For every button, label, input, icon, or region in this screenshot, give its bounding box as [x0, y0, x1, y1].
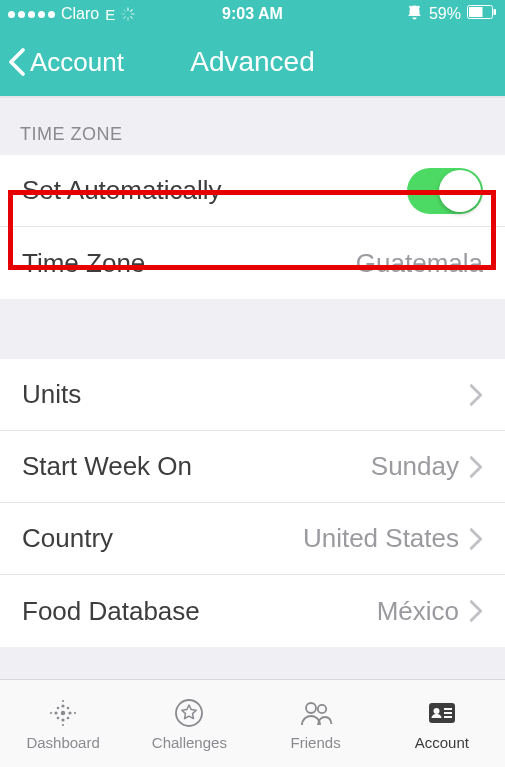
svg-point-24: [176, 700, 202, 726]
group-timezone: Set Automatically Time Zone Guatemala: [0, 155, 505, 299]
food-db-label: Food Database: [22, 596, 200, 627]
account-icon: [422, 696, 462, 730]
chevron-right-icon: [469, 383, 483, 407]
status-bar: Claro E 9:03 AM 59%: [0, 0, 505, 28]
timezone-value: Guatemala: [356, 248, 483, 279]
signal-dots-icon: [8, 11, 55, 18]
start-week-label: Start Week On: [22, 451, 192, 482]
tab-account-label: Account: [415, 734, 469, 751]
svg-point-11: [61, 711, 65, 715]
svg-line-7: [124, 10, 126, 12]
friends-icon: [296, 696, 336, 730]
svg-point-15: [69, 711, 72, 714]
svg-point-28: [433, 708, 439, 714]
tab-challenges[interactable]: Challenges: [126, 680, 252, 767]
tab-friends-label: Friends: [291, 734, 341, 751]
units-label: Units: [22, 379, 81, 410]
challenges-icon: [169, 696, 209, 730]
svg-rect-9: [469, 7, 483, 17]
carrier-label: Claro: [61, 5, 99, 23]
svg-rect-29: [444, 708, 452, 710]
chevron-right-icon: [469, 455, 483, 479]
svg-point-23: [74, 712, 76, 714]
battery-icon: [467, 5, 497, 23]
start-week-value: Sunday: [371, 451, 459, 482]
back-button[interactable]: Account: [0, 47, 124, 78]
screen: Claro E 9:03 AM 59%: [0, 0, 505, 767]
svg-point-21: [62, 724, 64, 726]
svg-point-16: [57, 707, 60, 710]
svg-line-3: [131, 16, 133, 18]
group-settings: Units Start Week On Sunday Country Unite…: [0, 359, 505, 647]
set-auto-label: Set Automatically: [22, 175, 221, 206]
row-timezone[interactable]: Time Zone Guatemala: [0, 227, 505, 299]
svg-point-12: [62, 704, 65, 707]
tab-dashboard[interactable]: Dashboard: [0, 680, 126, 767]
svg-point-13: [62, 718, 65, 721]
country-label: Country: [22, 523, 113, 554]
alarm-icon: [406, 4, 423, 25]
chevron-right-icon: [469, 599, 483, 623]
svg-rect-30: [444, 712, 452, 714]
set-auto-toggle[interactable]: [407, 168, 483, 214]
dashboard-icon: [43, 696, 83, 730]
svg-point-25: [306, 703, 316, 713]
country-value: United States: [303, 523, 459, 554]
page-title: Advanced: [190, 46, 315, 78]
timezone-label: Time Zone: [22, 248, 145, 279]
chevron-right-icon: [469, 527, 483, 551]
food-db-value: México: [377, 596, 459, 627]
svg-point-26: [317, 705, 325, 713]
section-spacer: [0, 299, 505, 359]
row-start-week[interactable]: Start Week On Sunday: [0, 431, 505, 503]
svg-point-14: [55, 711, 58, 714]
status-right: 59%: [406, 4, 497, 25]
svg-line-5: [124, 16, 126, 18]
section-header-timezone: TIME ZONE: [0, 98, 505, 155]
tab-friends[interactable]: Friends: [253, 680, 379, 767]
chevron-left-icon: [8, 47, 26, 77]
tab-bar: Dashboard Challenges Friends: [0, 679, 505, 767]
row-set-automatically: Set Automatically: [0, 155, 505, 227]
network-type: E: [105, 6, 115, 23]
back-label: Account: [30, 47, 124, 78]
nav-bar: Account Advanced: [0, 28, 505, 98]
svg-point-22: [50, 712, 52, 714]
status-left: Claro E: [8, 5, 135, 23]
tab-challenges-label: Challenges: [152, 734, 227, 751]
toggle-knob: [439, 170, 481, 212]
svg-rect-10: [494, 9, 497, 15]
tab-dashboard-label: Dashboard: [26, 734, 99, 751]
row-units[interactable]: Units: [0, 359, 505, 431]
battery-percent: 59%: [429, 5, 461, 23]
row-country[interactable]: Country United States: [0, 503, 505, 575]
tab-account[interactable]: Account: [379, 680, 505, 767]
activity-spinner-icon: [121, 7, 135, 21]
row-food-database[interactable]: Food Database México: [0, 575, 505, 647]
svg-point-18: [57, 717, 60, 720]
svg-point-17: [67, 707, 70, 710]
svg-rect-31: [444, 716, 452, 718]
svg-point-20: [62, 700, 64, 702]
content-area[interactable]: TIME ZONE Set Automatically Time Zone Gu…: [0, 98, 505, 679]
svg-point-19: [67, 717, 70, 720]
svg-line-1: [131, 10, 133, 12]
status-time: 9:03 AM: [222, 5, 283, 23]
